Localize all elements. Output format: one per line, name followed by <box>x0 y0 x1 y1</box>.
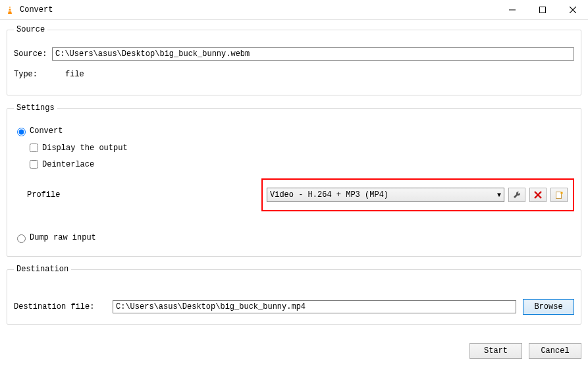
source-group: Source Source: Type: file <box>7 25 581 95</box>
maximize-button[interactable] <box>527 0 558 20</box>
svg-rect-1 <box>9 8 11 9</box>
start-button-label: Start <box>484 346 508 356</box>
profile-highlight-box: Video - H.264 + MP3 (MP4) ▼ <box>261 178 574 211</box>
settings-group: Settings Convert Display the output Dein… <box>7 103 581 257</box>
destination-file-input[interactable] <box>113 300 516 313</box>
destination-file-label: Destination file: <box>14 302 113 311</box>
edit-profile-button[interactable] <box>508 188 525 202</box>
source-input[interactable] <box>52 47 574 61</box>
minimize-button[interactable] <box>497 0 527 20</box>
source-label: Source: <box>14 49 52 59</box>
x-icon <box>534 191 542 199</box>
deinterlace-label: Deinterlace <box>42 160 94 169</box>
vlc-cone-icon <box>4 4 16 16</box>
destination-legend: Destination <box>14 265 71 274</box>
new-document-icon <box>555 191 564 199</box>
convert-radio-label: Convert <box>30 126 63 136</box>
wrench-icon <box>512 190 521 199</box>
dump-raw-radio[interactable] <box>17 234 26 243</box>
svg-rect-2 <box>8 11 11 11</box>
delete-profile-button[interactable] <box>529 188 547 202</box>
profile-label: Profile <box>27 190 67 199</box>
convert-radio[interactable] <box>17 128 26 136</box>
svg-rect-4 <box>540 7 546 13</box>
destination-group: Destination Destination file: Browse <box>7 265 581 325</box>
display-output-label: Display the output <box>42 144 128 153</box>
display-output-checkbox[interactable] <box>30 144 38 152</box>
close-button[interactable] <box>558 0 588 20</box>
source-legend: Source <box>14 25 47 34</box>
cancel-button-label: Cancel <box>541 346 569 356</box>
deinterlace-checkbox[interactable] <box>30 160 38 169</box>
type-value: file <box>65 70 84 79</box>
browse-button[interactable]: Browse <box>523 299 574 315</box>
settings-legend: Settings <box>14 103 57 113</box>
svg-marker-0 <box>8 6 12 14</box>
dialog-footer: Start Cancel <box>0 339 588 365</box>
type-label: Type: <box>14 70 52 79</box>
profile-select[interactable]: Video - H.264 + MP3 (MP4) ▼ <box>267 188 504 202</box>
profile-selected-value: Video - H.264 + MP3 (MP4) <box>270 190 388 199</box>
titlebar: Convert <box>0 0 588 20</box>
new-profile-button[interactable] <box>550 188 568 202</box>
start-button[interactable]: Start <box>469 343 522 359</box>
dump-raw-label: Dump raw input <box>30 233 96 242</box>
cancel-button[interactable]: Cancel <box>529 343 581 359</box>
browse-button-label: Browse <box>534 302 562 311</box>
window-title: Convert <box>20 5 53 14</box>
chevron-down-icon: ▼ <box>497 192 501 199</box>
